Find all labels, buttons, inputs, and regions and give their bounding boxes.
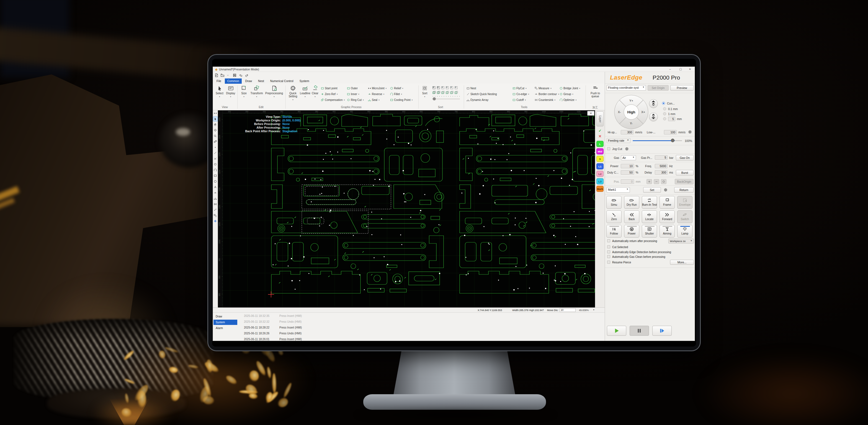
jog-y-plus-button[interactable]: Y+	[629, 99, 633, 102]
ribbon-item-countersink[interactable]: Countersink▼	[535, 98, 558, 102]
step-value-field[interactable]: 5	[668, 117, 675, 121]
ribbon-button-preprocessing[interactable]: Preprocessing▼	[265, 85, 283, 98]
sort-option-icon[interactable]	[445, 86, 449, 89]
ribbon-item-ring-cut[interactable]: Ring Cut▼	[347, 98, 367, 102]
layer-chip-mid[interactable]: Mid	[596, 148, 603, 154]
move-distance-input[interactable]: 10	[560, 308, 576, 312]
ribbon-button-display[interactable]: Display▼	[225, 85, 236, 98]
undo-icon[interactable]	[239, 74, 243, 77]
checkbox[interactable]	[607, 250, 610, 253]
menu-tab-system[interactable]: System	[297, 79, 312, 84]
set-origin-button[interactable]: Set Origin	[648, 85, 669, 91]
shutter-button[interactable]: Shutter	[642, 225, 657, 237]
minus-button[interactable]	[654, 179, 659, 184]
targ-button[interactable]	[661, 179, 666, 184]
layer-check-icon[interactable]: ✓	[596, 129, 603, 133]
back-button[interactable]: Back	[624, 210, 639, 223]
ribbon-button-select[interactable]: Select▼	[215, 85, 224, 98]
ribbon-item-bridge-joint[interactable]: Bridge Joint▼	[560, 86, 583, 90]
jog-center-button[interactable]: High	[627, 110, 636, 114]
maximize-button[interactable]: ▢	[677, 67, 684, 72]
layer-tab[interactable]: Layer	[596, 111, 603, 126]
log-tab-system[interactable]: System	[214, 320, 237, 325]
feeding-rate-dropdown[interactable]: Feeding rate▼	[607, 138, 630, 143]
sort-option-icon[interactable]	[454, 91, 458, 94]
duty-field[interactable]: 50	[621, 170, 634, 175]
zoom-tool[interactable]	[213, 134, 218, 138]
sort-option-icon[interactable]	[432, 91, 436, 94]
collapse-panel-button[interactable]: «	[587, 111, 594, 116]
feeding-slider-thumb[interactable]	[671, 139, 675, 142]
aiming-button[interactable]: Aiming	[659, 225, 675, 237]
ribbon-item-group[interactable]: Group▼	[560, 92, 583, 96]
log-tab-alarm[interactable]: Alarm	[214, 325, 237, 331]
mark-dropdown[interactable]: Mark1▼	[607, 187, 630, 193]
envelope-button[interactable]: Envelope	[677, 196, 692, 209]
burn-in-test-button[interactable]: Burn-In Test	[642, 196, 657, 209]
menu-tab-draw[interactable]: Draw	[243, 79, 255, 84]
checkbox[interactable]	[607, 255, 610, 258]
ribbon-item-measure[interactable]: Measure▼	[535, 86, 558, 90]
freq-field[interactable]: 5000	[655, 164, 668, 168]
ribbon-item-cutoff[interactable]: Cutoff▼	[513, 98, 533, 102]
draw-arc-tool[interactable]	[213, 168, 218, 172]
ribbon-item-inner[interactable]: Inner▼	[347, 92, 367, 96]
ribbon-item-dynamic-array[interactable]: Dynamic Array	[467, 98, 510, 102]
gas-pressure-field[interactable]: 5	[655, 155, 668, 160]
z-down-button[interactable]	[649, 113, 658, 121]
pan-tool[interactable]	[213, 122, 218, 127]
minimize-button[interactable]: –	[666, 67, 674, 72]
open-dropdown-icon[interactable]	[227, 74, 230, 77]
coordinate-system-dropdown[interactable]: Floating coordinate syst▼	[607, 85, 646, 91]
step-radio-0[interactable]	[662, 102, 665, 105]
frame-button[interactable]: Frame	[659, 196, 675, 209]
ribbon-item-compensation[interactable]: Compensation▼	[321, 98, 346, 102]
ribbon-item-zero-ref[interactable]: Zero Ref▼	[321, 92, 346, 96]
array-tool[interactable]	[213, 213, 218, 218]
measure-tool[interactable]	[213, 139, 218, 144]
sort-option-icon[interactable]	[437, 86, 440, 89]
speed-settings-gear-icon[interactable]	[688, 130, 692, 134]
back-origin-button[interactable]: BackOrigin	[675, 179, 693, 185]
origin-tool[interactable]	[213, 219, 218, 223]
set-button[interactable]: Set	[643, 187, 661, 193]
step-radio-3[interactable]	[663, 117, 666, 120]
power-button[interactable]: Power	[624, 225, 639, 237]
jog-cut-gear-icon[interactable]	[625, 147, 629, 151]
bowtie-tool[interactable]	[213, 202, 218, 206]
sort-option-icon[interactable]	[441, 91, 445, 94]
dimension-tool[interactable]	[213, 196, 218, 201]
ribbon-item-optimize[interactable]: Optimize▼	[560, 98, 583, 102]
menu-tab-common[interactable]: Common	[225, 79, 242, 84]
draw-polygon-tool[interactable]	[213, 179, 218, 183]
redo-icon[interactable]	[245, 74, 249, 77]
burst-button[interactable]: Burst	[676, 170, 693, 175]
open-file-icon[interactable]	[221, 74, 224, 77]
simu-button[interactable]: SIMSimu	[607, 196, 622, 209]
z-up-button[interactable]	[649, 99, 658, 108]
lamp-button[interactable]: Lamp	[677, 225, 692, 237]
dry-run-button[interactable]: VDDry Run	[624, 196, 639, 209]
ribbon-button-leadline[interactable]: Leadline▼	[299, 85, 311, 98]
draw-rect-tool[interactable]	[213, 174, 218, 178]
ribbon-item-reverse[interactable]: Reverse▼	[368, 92, 390, 96]
menu-tab-numerical-control[interactable]: Numerical Control	[268, 79, 296, 84]
zero-button[interactable]: Zero	[607, 210, 622, 223]
sort-option-icon[interactable]	[445, 91, 449, 94]
select-tool[interactable]	[213, 117, 218, 121]
save-icon[interactable]	[233, 74, 237, 77]
sort-slider[interactable]	[432, 97, 460, 101]
ribbon-item-outer[interactable]: Outer	[347, 86, 367, 90]
pan-horizontal-tool[interactable]	[213, 111, 218, 115]
sort-option-icon[interactable]	[450, 86, 454, 89]
plus-button[interactable]	[647, 179, 652, 184]
switch-button[interactable]: Switch	[677, 210, 692, 223]
layer-chip-mark[interactable]: Mark	[596, 186, 603, 192]
gas-type-dropdown[interactable]: Air▼	[621, 155, 636, 160]
jog-x-plus-button[interactable]: X+	[641, 110, 645, 114]
step-radio-2[interactable]	[663, 112, 666, 115]
sort-option-icon[interactable]	[450, 91, 454, 94]
insert-node-tool[interactable]	[213, 191, 218, 195]
ribbon-item-co-edge[interactable]: Co-edge▼	[513, 92, 533, 96]
ribbon-item-sketch-quick-nesting[interactable]: Sketch Quick Nesting	[467, 92, 510, 96]
